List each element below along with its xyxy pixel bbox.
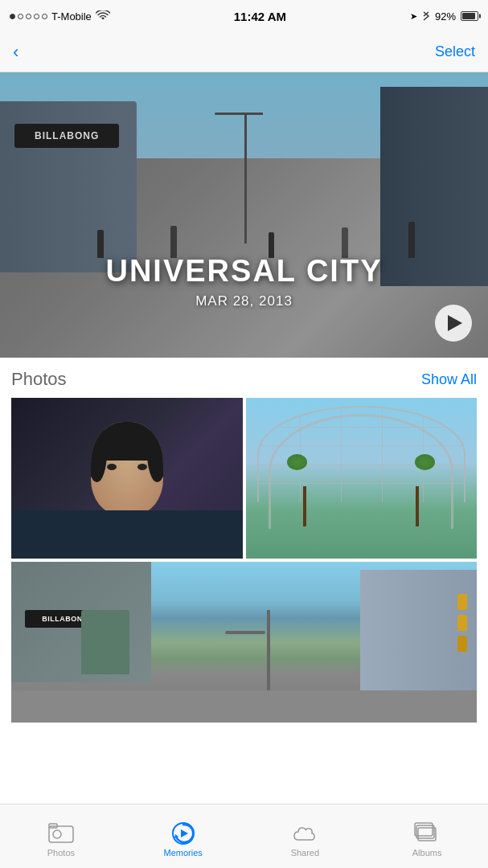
memory-header: BILLABONG UNIVERSAL CITY MAR 28, 2013	[0, 72, 488, 358]
photo-thumb-dome[interactable]	[246, 398, 478, 559]
nav-bar: ‹ Select	[0, 32, 488, 72]
show-all-button[interactable]: Show All	[421, 371, 477, 388]
albums-tab-label: Albums	[412, 848, 442, 858]
photo-thumb-street[interactable]: BILLABONG	[11, 562, 477, 723]
battery-icon	[461, 11, 478, 21]
memory-title: UNIVERSAL CITY	[0, 255, 488, 289]
memories-tab-label: Memories	[163, 848, 202, 858]
photo-grid-row1	[11, 398, 477, 559]
dot-4	[34, 14, 39, 19]
play-triangle-icon	[448, 315, 462, 331]
bluetooth-icon	[422, 10, 430, 23]
status-time: 11:42 AM	[234, 10, 286, 23]
memory-text-block: UNIVERSAL CITY MAR 28, 2013	[0, 255, 488, 309]
photo-thumb-selfie[interactable]	[11, 398, 243, 559]
battery-percent: 92%	[435, 10, 456, 23]
back-button[interactable]: ‹	[13, 43, 18, 61]
wifi-icon	[96, 10, 110, 22]
signal-dots	[10, 14, 47, 19]
select-button[interactable]: Select	[435, 43, 475, 60]
photos-tab-icon	[48, 822, 74, 845]
photos-tab-label: Photos	[47, 848, 75, 858]
status-right: ➤ 92%	[410, 10, 478, 23]
location-icon: ➤	[410, 11, 417, 22]
shared-tab-label: Shared	[291, 848, 319, 858]
bottom-spacer	[0, 729, 488, 793]
tab-photos[interactable]: Photos	[0, 816, 122, 858]
dot-1	[10, 14, 15, 19]
memory-overlay	[0, 72, 488, 358]
tab-shared[interactable]: Shared	[244, 816, 367, 858]
memory-date: MAR 28, 2013	[0, 293, 488, 309]
photos-title: Photos	[11, 369, 67, 390]
photos-header: Photos Show All	[11, 369, 477, 390]
carrier-label: T-Mobile	[51, 10, 92, 23]
play-button[interactable]	[435, 305, 472, 342]
dot-5	[42, 14, 47, 19]
photos-section: Photos Show All	[0, 358, 488, 729]
shared-tab-icon	[292, 822, 318, 845]
dot-3	[26, 14, 31, 19]
tab-memories[interactable]: Memories	[122, 816, 244, 858]
status-left: T-Mobile	[10, 10, 110, 23]
svg-point-3	[53, 830, 61, 838]
tab-bar: Photos Memories Shared	[0, 804, 488, 868]
dot-2	[18, 14, 23, 19]
svg-marker-6	[181, 829, 188, 837]
albums-tab-icon	[414, 822, 440, 845]
memories-tab-icon	[170, 822, 196, 845]
status-bar: T-Mobile 11:42 AM ➤ 92%	[0, 0, 488, 32]
tab-albums[interactable]: Albums	[366, 816, 488, 858]
